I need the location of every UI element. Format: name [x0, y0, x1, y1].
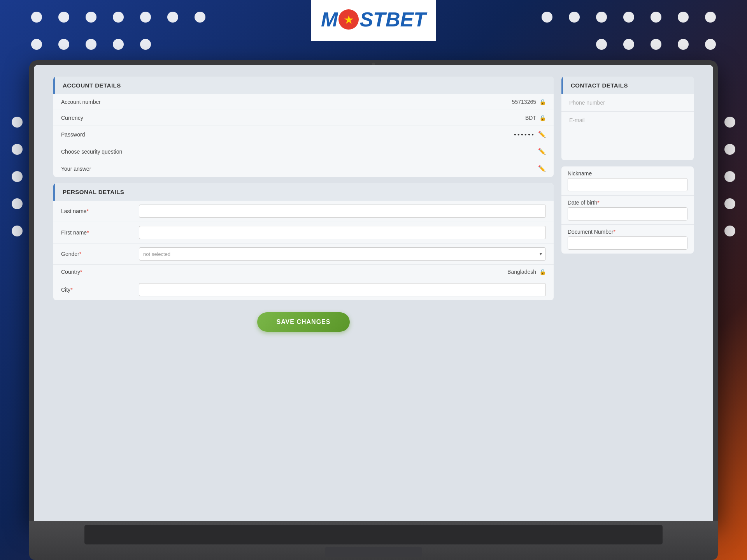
document-number-label: Document Number* — [568, 229, 687, 235]
country-required: * — [80, 269, 82, 275]
left-panel: ACCOUNT DETAILS Account number 55713265 … — [53, 77, 554, 509]
email-label: E-mail — [569, 117, 585, 123]
country-lock-icon: 🔒 — [539, 269, 546, 275]
gender-select[interactable]: not selected Male Female — [139, 247, 546, 261]
password-value: ●●●●●● ✏️ — [139, 131, 546, 138]
logo-text-m: M — [321, 8, 338, 31]
security-question-row: Choose security question ✏️ — [53, 143, 554, 160]
city-input[interactable] — [139, 283, 546, 296]
save-section: SAVE CHANGES — [53, 306, 554, 338]
laptop-touchpad — [325, 547, 422, 557]
date-of-birth-input[interactable] — [568, 207, 687, 220]
logo-text-stbet: STBET — [359, 8, 426, 31]
gender-select-wrapper: not selected Male Female ▾ — [139, 247, 546, 261]
screen-inner: ACCOUNT DETAILS Account number 55713265 … — [53, 77, 694, 509]
laptop-keyboard — [84, 525, 663, 544]
account-details-title: ACCOUNT DETAILS — [63, 82, 121, 89]
your-answer-edit-icon[interactable]: ✏️ — [538, 165, 546, 172]
dob-required: * — [597, 200, 599, 206]
nickname-input[interactable] — [568, 178, 687, 191]
contact-details-header: CONTACT DETAILS — [561, 77, 694, 94]
contact-extra-space — [561, 129, 694, 160]
personal-details-title: PERSONAL DETAILS — [63, 189, 124, 195]
country-row: Country* Bangladesh 🔒 — [53, 265, 554, 279]
account-number-row: Account number 55713265 🔒 — [53, 94, 554, 110]
currency-lock-icon: 🔒 — [539, 115, 546, 121]
account-number-text: 55713265 — [512, 99, 536, 105]
currency-text: BDT — [525, 115, 536, 121]
security-question-value: ✏️ — [139, 148, 546, 155]
contact-details-section: CONTACT DETAILS Phone number E-mail — [561, 77, 694, 160]
account-details-header: ACCOUNT DETAILS — [53, 77, 554, 94]
personal-details-header: PERSONAL DETAILS — [53, 183, 554, 201]
first-name-required: * — [87, 229, 89, 236]
email-field: E-mail — [561, 112, 694, 129]
currency-row: Currency BDT 🔒 — [53, 110, 554, 126]
your-answer-value: ✏️ — [139, 165, 546, 172]
doc-required: * — [614, 229, 615, 235]
laptop-frame: ACCOUNT DETAILS Account number 55713265 … — [29, 60, 718, 521]
security-question-label: Choose security question — [61, 149, 139, 155]
security-question-edit-icon[interactable]: ✏️ — [538, 148, 546, 155]
gender-label: Gender* — [61, 251, 139, 257]
country-value: Bangladesh 🔒 — [139, 269, 546, 275]
city-row: City* — [53, 279, 554, 300]
city-required: * — [70, 287, 72, 293]
logo-star-icon — [338, 9, 359, 30]
laptop-base — [29, 521, 718, 560]
country-text: Bangladesh — [507, 269, 536, 275]
personal-details-section: PERSONAL DETAILS Last name* — [53, 183, 554, 300]
account-number-lock-icon: 🔒 — [539, 99, 546, 105]
your-answer-label: Your answer — [61, 166, 139, 172]
password-dots: ●●●●●● — [514, 132, 535, 136]
right-personal-section: Nickname Date of birth* — [561, 166, 694, 254]
city-label: City* — [61, 287, 139, 293]
date-of-birth-label: Date of birth* — [568, 200, 687, 206]
currency-value: BDT 🔒 — [139, 115, 546, 121]
account-details-section: ACCOUNT DETAILS Account number 55713265 … — [53, 77, 554, 177]
account-number-value: 55713265 🔒 — [139, 99, 546, 105]
last-name-required: * — [86, 208, 88, 214]
account-number-label: Account number — [61, 99, 139, 105]
password-edit-icon[interactable]: ✏️ — [538, 131, 546, 138]
last-name-row: Last name* — [53, 201, 554, 222]
first-name-row: First name* — [53, 222, 554, 243]
last-name-input[interactable] — [139, 205, 546, 218]
last-name-label: Last name* — [61, 208, 139, 214]
your-answer-row: Your answer ✏️ — [53, 160, 554, 177]
phone-number-label: Phone number — [569, 100, 605, 106]
nickname-label: Nickname — [568, 170, 687, 177]
gender-row: Gender* not selected Male Female ▾ — [53, 243, 554, 265]
contact-details-title: CONTACT DETAILS — [571, 82, 628, 89]
screen-content: ACCOUNT DETAILS Account number 55713265 … — [34, 65, 713, 521]
right-panel: CONTACT DETAILS Phone number E-mail — [561, 77, 694, 509]
first-name-input[interactable] — [139, 226, 546, 239]
phone-number-field: Phone number — [561, 94, 694, 112]
password-label: Password — [61, 131, 139, 138]
document-number-input[interactable] — [568, 236, 687, 250]
gender-required: * — [79, 251, 81, 257]
currency-label: Currency — [61, 115, 139, 121]
save-changes-button[interactable]: SAVE CHANGES — [257, 312, 350, 332]
document-number-row: Document Number* — [561, 225, 694, 254]
date-of-birth-row: Date of birth* — [561, 196, 694, 225]
nickname-row: Nickname — [561, 166, 694, 196]
first-name-label: First name* — [61, 229, 139, 236]
password-row: Password ●●●●●● ✏️ — [53, 126, 554, 143]
laptop-screen: ACCOUNT DETAILS Account number 55713265 … — [34, 65, 713, 521]
logo-container: M STBET — [311, 0, 436, 41]
country-label: Country* — [61, 269, 139, 275]
